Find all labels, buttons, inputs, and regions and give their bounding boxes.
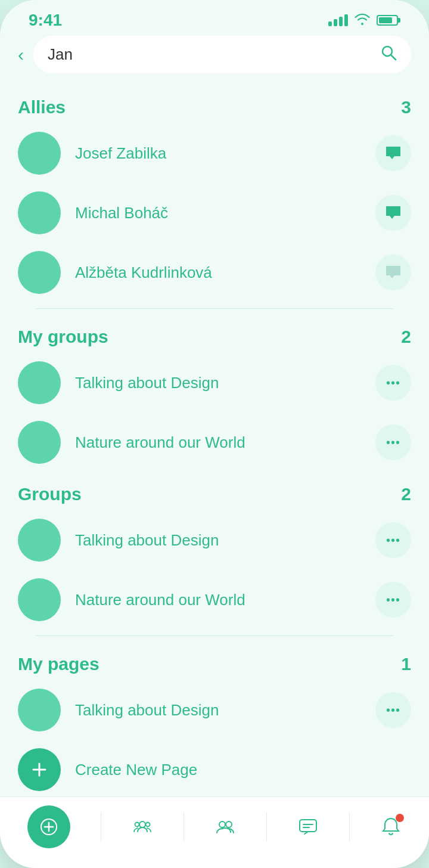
- avatar: [18, 191, 61, 234]
- bottom-nav: [0, 796, 429, 868]
- svg-line-1: [391, 55, 396, 60]
- avatar: [18, 361, 61, 404]
- list-item[interactable]: Nature around our World •••: [18, 570, 411, 630]
- nav-divider: [184, 812, 184, 842]
- nav-messages[interactable]: [297, 816, 319, 838]
- search-input[interactable]: [48, 45, 373, 64]
- groups-section-header: Groups 2: [18, 472, 411, 510]
- item-name: Talking about Design: [75, 701, 375, 720]
- avatar: [18, 251, 61, 294]
- avatar: [18, 578, 61, 621]
- nav-allies[interactable]: [132, 816, 153, 838]
- status-time: 9:41: [29, 11, 62, 30]
- groups-count: 2: [401, 484, 411, 504]
- main-content: Allies 3 Josef Zabilka Michal Boháč Al: [0, 85, 429, 798]
- chat-icon[interactable]: [375, 135, 411, 171]
- allies-title: Allies: [18, 97, 66, 117]
- item-name: Josef Zabilka: [75, 144, 375, 163]
- back-button[interactable]: ‹: [18, 45, 24, 65]
- nav-groups[interactable]: [214, 816, 236, 838]
- list-item[interactable]: Josef Zabilka: [18, 123, 411, 183]
- item-name: Nature around our World: [75, 591, 375, 609]
- battery-icon: [377, 15, 400, 26]
- item-name: Nature around our World: [75, 433, 375, 452]
- list-item[interactable]: Talking about Design •••: [18, 680, 411, 740]
- more-options-icon[interactable]: •••: [375, 522, 411, 558]
- groups-title: Groups: [18, 484, 82, 504]
- groups-nav-icon: [214, 816, 236, 838]
- svg-point-10: [219, 822, 225, 827]
- list-item[interactable]: Nature around our World •••: [18, 413, 411, 472]
- nav-divider: [349, 812, 350, 842]
- create-label: Create New Page: [75, 761, 197, 779]
- notification-badge: [396, 814, 404, 822]
- list-item[interactable]: Talking about Design •••: [18, 353, 411, 413]
- item-name: Michal Boháč: [75, 204, 375, 222]
- nav-home[interactable]: [27, 805, 70, 848]
- svg-point-9: [145, 822, 150, 826]
- divider: [36, 636, 393, 636]
- my-pages-section-header: My pages 1: [18, 642, 411, 680]
- item-name: Talking about Design: [75, 531, 375, 550]
- more-options-icon[interactable]: •••: [375, 692, 411, 728]
- phone-frame: 9:41 ‹: [0, 0, 429, 868]
- avatar: [18, 421, 61, 464]
- status-bar: 9:41: [0, 0, 429, 36]
- item-name: Alžběta Kudrlinková: [75, 264, 375, 282]
- status-icons: [328, 12, 400, 29]
- more-options-icon[interactable]: •••: [375, 365, 411, 401]
- wifi-icon: [354, 12, 371, 29]
- nav-divider: [101, 812, 101, 842]
- signal-icon: [328, 14, 348, 26]
- allies-nav-icon: [132, 816, 153, 838]
- list-item[interactable]: Talking about Design •••: [18, 510, 411, 570]
- allies-count: 3: [401, 97, 411, 117]
- allies-section-header: Allies 3: [18, 85, 411, 123]
- messages-nav-icon: [297, 816, 319, 838]
- avatar: [18, 519, 61, 562]
- avatar: [18, 132, 61, 175]
- nav-divider: [266, 812, 267, 842]
- my-groups-count: 2: [401, 327, 411, 347]
- list-item[interactable]: Alžběta Kudrlinková: [18, 243, 411, 302]
- svg-point-8: [135, 822, 139, 826]
- search-bar: ‹: [0, 36, 429, 73]
- my-groups-section-header: My groups 2: [18, 315, 411, 353]
- list-item[interactable]: Michal Boháč: [18, 183, 411, 243]
- my-pages-count: 1: [401, 654, 411, 674]
- create-icon: [18, 748, 61, 791]
- more-options-icon[interactable]: •••: [375, 582, 411, 618]
- avatar: [18, 689, 61, 731]
- svg-point-11: [226, 822, 232, 827]
- home-button[interactable]: [27, 805, 70, 848]
- search-input-wrap: [33, 36, 411, 73]
- svg-point-0: [383, 46, 392, 56]
- nav-notifications[interactable]: [380, 816, 402, 838]
- chat-icon[interactable]: [375, 255, 411, 290]
- my-groups-title: My groups: [18, 327, 108, 347]
- svg-point-7: [139, 822, 145, 827]
- create-new-page-button[interactable]: Create New Page: [18, 740, 411, 798]
- my-pages-title: My pages: [18, 654, 100, 674]
- more-options-icon[interactable]: •••: [375, 424, 411, 460]
- divider: [36, 308, 393, 309]
- svg-rect-12: [300, 820, 316, 832]
- search-icon[interactable]: [380, 44, 397, 65]
- chat-icon[interactable]: [375, 195, 411, 231]
- item-name: Talking about Design: [75, 374, 375, 392]
